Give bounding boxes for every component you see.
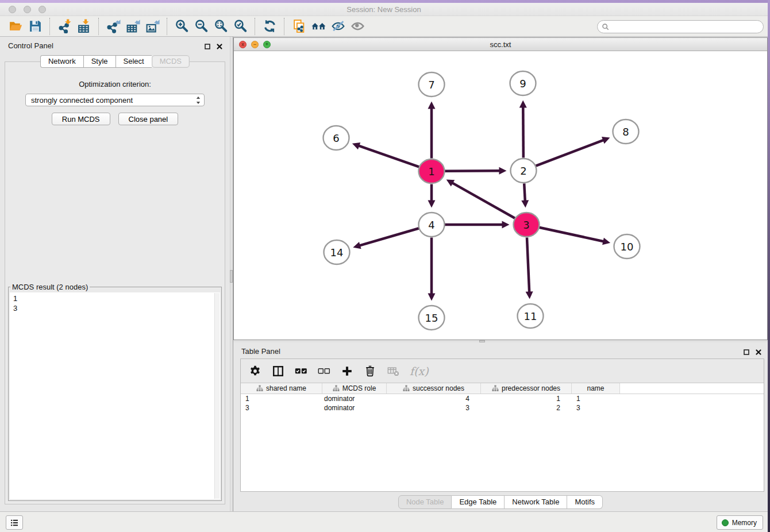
graph-edge-3-11[interactable] bbox=[526, 237, 533, 299]
network-canvas[interactable]: 7968124314101511 bbox=[234, 51, 767, 340]
graph-node-3[interactable]: 3 bbox=[514, 213, 540, 237]
table-row[interactable]: 1dominator411 bbox=[241, 394, 764, 403]
svg-text:2: 2 bbox=[520, 165, 526, 177]
run-mcds-button[interactable]: Run MCDS bbox=[52, 113, 110, 125]
task-history-button[interactable] bbox=[6, 515, 23, 530]
graph-edge-2-3[interactable] bbox=[521, 183, 529, 207]
zoom-fit-icon[interactable] bbox=[211, 18, 230, 35]
memory-label: Memory bbox=[732, 519, 757, 527]
graph-node-15[interactable]: 15 bbox=[419, 306, 445, 330]
svg-text:8: 8 bbox=[622, 126, 629, 138]
result-scrollbar[interactable] bbox=[214, 293, 220, 499]
graph-edge-1-6[interactable] bbox=[352, 142, 419, 167]
graph-node-9[interactable]: 9 bbox=[510, 71, 536, 95]
graph-edge-4-15[interactable] bbox=[428, 238, 436, 301]
zoom-selected-icon[interactable] bbox=[230, 18, 250, 35]
import-network-icon[interactable] bbox=[55, 18, 74, 35]
tab-network-table[interactable]: Network Table bbox=[505, 495, 567, 509]
tab-edge-table[interactable]: Edge Table bbox=[452, 495, 505, 509]
duplicate-network-icon[interactable] bbox=[289, 18, 309, 35]
add-icon[interactable] bbox=[341, 365, 353, 377]
table-cell: dominator bbox=[322, 403, 387, 413]
graph-node-7[interactable]: 7 bbox=[419, 72, 445, 97]
select-all-icon[interactable] bbox=[295, 365, 307, 377]
tab-motifs[interactable]: Motifs bbox=[567, 495, 603, 509]
import-table-icon[interactable] bbox=[74, 18, 94, 35]
toolbar-separator bbox=[49, 18, 50, 35]
graph-edge-2-9[interactable] bbox=[519, 100, 527, 157]
export-image-icon[interactable] bbox=[143, 18, 162, 35]
graph-edge-1-4[interactable] bbox=[428, 184, 436, 208]
column-header-predecessor-nodes[interactable]: predecessor nodes bbox=[481, 383, 572, 394]
folder-open-icon[interactable] bbox=[6, 18, 25, 35]
network-window-titlebar[interactable]: x – + scc.txt bbox=[234, 38, 767, 51]
float-panel-icon[interactable] bbox=[204, 42, 211, 52]
table-cell: 1 bbox=[241, 394, 322, 403]
column-header-label: successor nodes bbox=[413, 384, 464, 392]
graph-node-14[interactable]: 14 bbox=[324, 240, 350, 264]
close-panel-button[interactable]: Close panel bbox=[118, 113, 179, 125]
graph-edge-1-2[interactable] bbox=[444, 167, 506, 175]
graph-edge-4-3[interactable] bbox=[445, 221, 510, 229]
close-panel-icon[interactable] bbox=[755, 348, 762, 358]
graph-node-4[interactable]: 4 bbox=[419, 213, 445, 237]
desktop-edge-top bbox=[0, 0, 770, 3]
eye-icon bbox=[348, 18, 367, 35]
eye-slash-icon[interactable] bbox=[328, 18, 348, 35]
houses-icon[interactable] bbox=[309, 18, 328, 35]
svg-text:6: 6 bbox=[333, 132, 339, 144]
table-cell: 3 bbox=[572, 403, 620, 413]
column-header-shared-name[interactable]: shared name bbox=[241, 383, 322, 394]
trash-icon[interactable] bbox=[364, 365, 376, 377]
tab-select[interactable]: Select bbox=[116, 55, 152, 68]
graph-node-10[interactable]: 10 bbox=[614, 234, 640, 259]
column-header-name[interactable]: name bbox=[572, 383, 620, 394]
float-panel-icon[interactable] bbox=[743, 348, 750, 358]
graph-edge-3-10[interactable] bbox=[539, 228, 610, 245]
svg-text:11: 11 bbox=[524, 310, 537, 322]
splitter-grip[interactable] bbox=[230, 270, 233, 283]
graph-edge-4-14[interactable] bbox=[353, 228, 419, 249]
graph-node-8[interactable]: 8 bbox=[613, 119, 639, 144]
refresh-icon[interactable] bbox=[260, 18, 279, 35]
zoom-in-icon[interactable] bbox=[172, 18, 191, 35]
graph-node-6[interactable]: 6 bbox=[324, 126, 349, 150]
table-row[interactable]: 3dominator323 bbox=[241, 403, 764, 413]
table-panel-title: Table Panel bbox=[241, 347, 280, 356]
tab-network[interactable]: Network bbox=[40, 55, 83, 68]
deselect-all-icon[interactable] bbox=[318, 365, 330, 377]
memory-status-icon bbox=[722, 519, 729, 526]
hierarchy-icon bbox=[403, 385, 410, 392]
gear-icon[interactable] bbox=[249, 365, 261, 377]
table-panel: Table Panel f(x) shared nameMCDS rolesuc… bbox=[233, 342, 768, 511]
table-cell: 3 bbox=[387, 403, 481, 413]
column-header-label: shared name bbox=[266, 384, 306, 392]
mcds-result-list[interactable]: 1 3 bbox=[10, 292, 220, 499]
graph-node-11[interactable]: 11 bbox=[518, 304, 544, 328]
search-input[interactable] bbox=[613, 21, 759, 32]
svg-text:9: 9 bbox=[519, 78, 526, 90]
export-network-icon[interactable] bbox=[103, 18, 123, 35]
column-header-successor-nodes[interactable]: successor nodes bbox=[387, 383, 481, 394]
graph-node-1[interactable]: 1 bbox=[419, 159, 445, 183]
columns-icon[interactable] bbox=[272, 365, 284, 377]
criterion-dropdown[interactable]: strongly connected component bbox=[25, 94, 205, 106]
save-icon[interactable] bbox=[25, 18, 45, 35]
tab-node-table[interactable]: Node Table bbox=[398, 495, 452, 509]
memory-button[interactable]: Memory bbox=[717, 515, 763, 530]
close-panel-icon[interactable] bbox=[216, 42, 223, 52]
network-window-title: scc.txt bbox=[234, 40, 767, 49]
graph-edge-3-1[interactable] bbox=[446, 179, 515, 218]
desktop-edge-right bbox=[768, 0, 770, 532]
column-header-label: MCDS role bbox=[342, 384, 376, 392]
graph-edge-1-7[interactable] bbox=[428, 102, 436, 159]
tab-mcds[interactable]: MCDS bbox=[152, 55, 190, 68]
export-table-icon[interactable] bbox=[123, 18, 143, 35]
toolbar-separator bbox=[255, 18, 255, 35]
graph-node-2[interactable]: 2 bbox=[511, 159, 537, 183]
column-header-MCDS-role[interactable]: MCDS role bbox=[322, 383, 387, 394]
zoom-out-icon[interactable] bbox=[191, 18, 211, 35]
graph-edge-2-8[interactable] bbox=[536, 137, 610, 166]
tab-style[interactable]: Style bbox=[83, 55, 116, 68]
network-graph[interactable]: 7968124314101511 bbox=[234, 51, 767, 340]
